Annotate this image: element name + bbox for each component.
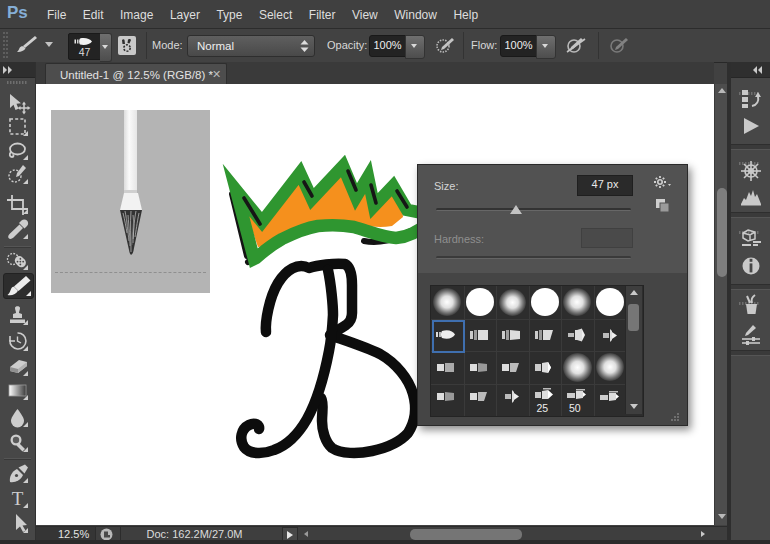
svg-text:T: T	[12, 488, 24, 509]
